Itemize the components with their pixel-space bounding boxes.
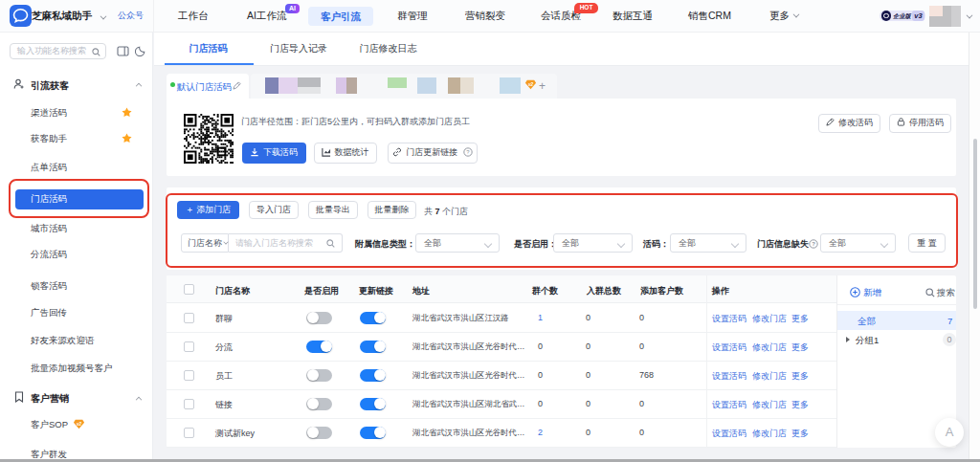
svg-text:?: ? [812,241,815,247]
svg-text:?: ? [466,149,470,155]
svg-text:v2: v2 [528,82,534,87]
svg-text:v2: v2 [77,422,82,427]
